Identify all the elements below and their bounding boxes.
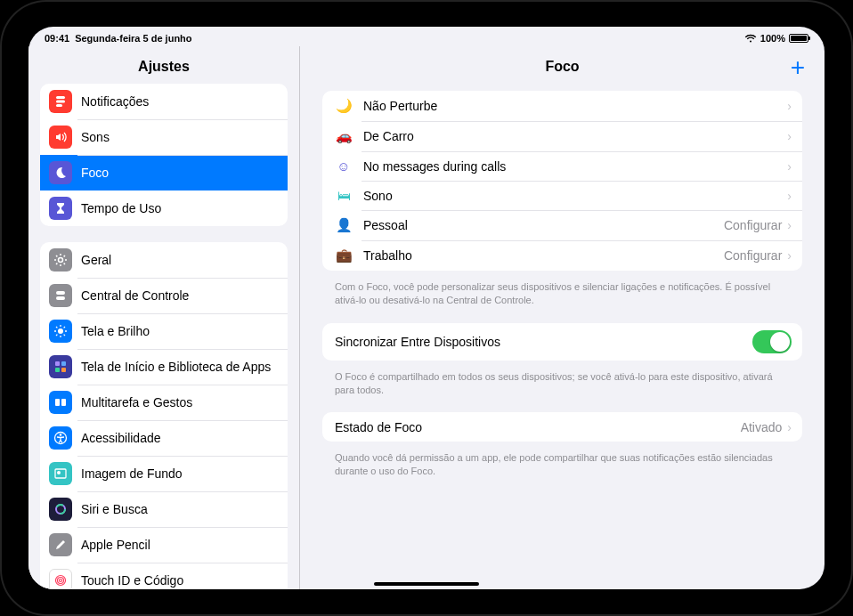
touchid-icon — [49, 569, 72, 589]
sidebar-item-tela-e-brilho[interactable]: Tela e Brilho — [40, 313, 288, 349]
siri-icon — [49, 498, 72, 521]
sidebar-item-label: Multitarefa e Gestos — [81, 395, 277, 409]
focus-mode-row[interactable]: 💼TrabalhoConfigurar› — [322, 240, 802, 271]
sidebar-item-notifica-es[interactable]: Notificações — [40, 84, 288, 119]
battery-icon — [789, 34, 808, 43]
sidebar-item-touch-id-e-c-digo[interactable]: Touch ID e Código — [40, 563, 288, 589]
focus-mode-label: Pessoal — [363, 218, 724, 232]
chevron-right-icon: › — [787, 189, 792, 203]
sidebar-item-apple-pencil[interactable]: Apple Pencil — [40, 527, 288, 563]
toggles-icon — [49, 284, 72, 307]
svg-point-21 — [60, 580, 62, 582]
svg-rect-7 — [55, 361, 60, 366]
svg-rect-8 — [61, 361, 66, 366]
svg-rect-0 — [56, 96, 65, 99]
content: Ajustes NotificaçõesSonsFocoTempo de Uso… — [28, 27, 825, 589]
smile-icon: ☺ — [333, 158, 354, 174]
sidebar-item-central-de-controle[interactable]: Central de Controle — [40, 278, 288, 313]
focus-mode-row[interactable]: ☺No messages during calls› — [322, 151, 802, 181]
sidebar-item-label: Imagem de Fundo — [81, 466, 277, 481]
status-date: Segunda-feira 5 de junho — [75, 33, 191, 44]
gear-icon — [49, 248, 72, 272]
sidebar-item-acessibilidade[interactable]: Acessibilidade — [40, 420, 288, 456]
sidebar-item-label: Siri e Busca — [81, 502, 277, 516]
sync-row[interactable]: Sincronizar Entre Dispositivos — [322, 323, 802, 361]
sidebar-item-label: Tela e Brilho — [81, 324, 277, 338]
chevron-right-icon: › — [787, 218, 792, 232]
sync-label: Sincronizar Entre Dispositivos — [335, 335, 752, 349]
sidebar-item-sons[interactable]: Sons — [40, 119, 288, 155]
sync-footer: O Foco é compartilhado em todos os seus … — [322, 366, 802, 413]
svg-point-6 — [58, 328, 63, 334]
sidebar-item-tempo-de-uso[interactable]: Tempo de Uso — [40, 190, 288, 226]
svg-rect-11 — [55, 399, 60, 406]
person-icon: 👤 — [333, 217, 354, 233]
chevron-right-icon: › — [787, 159, 792, 174]
hourglass-icon — [49, 197, 72, 220]
sidebar-item-multitarefa-e-gestos[interactable]: Multitarefa e Gestos — [40, 385, 288, 420]
svg-rect-1 — [56, 101, 65, 103]
focus-status-label: Estado de Foco — [335, 420, 741, 434]
battery-percent: 100% — [760, 33, 785, 44]
svg-rect-15 — [55, 469, 66, 478]
svg-point-3 — [59, 258, 63, 263]
focus-mode-row[interactable]: 🌙Não Perturbe› — [322, 91, 802, 121]
focus-mode-row[interactable]: 👤PessoalConfigurar› — [322, 210, 802, 240]
sidebar-item-tela-de-in-cio-e-biblioteca-de-apps[interactable]: Tela de Início e Biblioteca de Apps — [40, 349, 288, 385]
main-panel: Foco + 🌙Não Perturbe›🚗De Carro›☺No messa… — [300, 46, 825, 589]
accessibility-icon — [49, 426, 72, 450]
sidebar-item-siri-e-busca[interactable]: Siri e Busca — [40, 491, 288, 527]
chevron-right-icon: › — [787, 420, 792, 434]
svg-rect-10 — [61, 368, 66, 372]
focus-mode-label: No messages during calls — [363, 159, 787, 174]
speaker-icon — [49, 126, 72, 149]
sidebar-title: Ajustes — [28, 46, 299, 84]
sidebar-item-label: Touch ID e Código — [81, 573, 277, 588]
focus-status-value: Ativado — [741, 420, 783, 434]
focus-mode-detail: Configurar — [724, 218, 782, 232]
sidebar-item-label: Notificações — [81, 94, 277, 109]
svg-rect-4 — [56, 291, 65, 295]
focus-status-row[interactable]: Estado de Foco Ativado › — [322, 412, 802, 442]
chevron-right-icon: › — [787, 99, 792, 113]
sidebar-scroll[interactable]: NotificaçõesSonsFocoTempo de Uso GeralCe… — [28, 84, 299, 589]
sidebar-group-general: GeralCentral de ControleTela e BrilhoTel… — [40, 242, 288, 589]
sidebar-item-geral[interactable]: Geral — [40, 242, 288, 278]
sync-toggle[interactable] — [752, 330, 792, 353]
bed-icon: 🛏 — [333, 188, 354, 203]
focus-mode-label: De Carro — [363, 129, 787, 143]
focus-mode-label: Trabalho — [363, 248, 724, 263]
svg-point-20 — [58, 578, 64, 584]
status-time: 09:41 — [45, 33, 69, 44]
sidebar-group-focus: NotificaçõesSonsFocoTempo de Uso — [40, 84, 288, 226]
status-group: Estado de Foco Ativado › — [322, 412, 802, 442]
sidebar-item-label: Foco — [81, 166, 277, 180]
sidebar-item-label: Tempo de Uso — [81, 201, 277, 215]
add-focus-button[interactable]: + — [791, 55, 805, 80]
main-header: Foco + — [300, 46, 825, 84]
main-scroll[interactable]: 🌙Não Perturbe›🚗De Carro›☺No messages dur… — [300, 84, 825, 589]
settings-sidebar: Ajustes NotificaçõesSonsFocoTempo de Uso… — [28, 46, 300, 589]
svg-rect-12 — [61, 399, 66, 406]
grid-icon — [49, 355, 72, 378]
pencil-icon — [49, 533, 72, 556]
sidebar-item-label: Tela de Início e Biblioteca de Apps — [81, 360, 277, 374]
svg-rect-5 — [56, 296, 65, 300]
sidebar-item-foco[interactable]: Foco — [40, 155, 288, 190]
chevron-right-icon: › — [787, 129, 792, 143]
svg-point-14 — [60, 434, 62, 436]
svg-rect-9 — [55, 368, 60, 372]
device-frame: 09:41 Segunda-feira 5 de junho 100% Ajus… — [0, 0, 853, 616]
chevron-right-icon: › — [787, 248, 792, 263]
focus-mode-row[interactable]: 🚗De Carro› — [322, 121, 802, 151]
sidebar-item-imagem-de-fundo[interactable]: Imagem de Fundo — [40, 456, 288, 491]
focus-mode-row[interactable]: 🛏Sono› — [322, 181, 802, 210]
sidebar-item-label: Sons — [81, 130, 277, 144]
sidebar-item-label: Acessibilidade — [81, 431, 277, 445]
svg-rect-2 — [56, 104, 62, 107]
briefcase-icon: 💼 — [333, 247, 354, 263]
focus-mode-detail: Configurar — [724, 248, 782, 263]
focus-modes-footer: Com o Foco, você pode personalizar seus … — [322, 276, 802, 323]
sidebar-item-label: Apple Pencil — [81, 538, 277, 552]
brightness-icon — [49, 320, 72, 343]
